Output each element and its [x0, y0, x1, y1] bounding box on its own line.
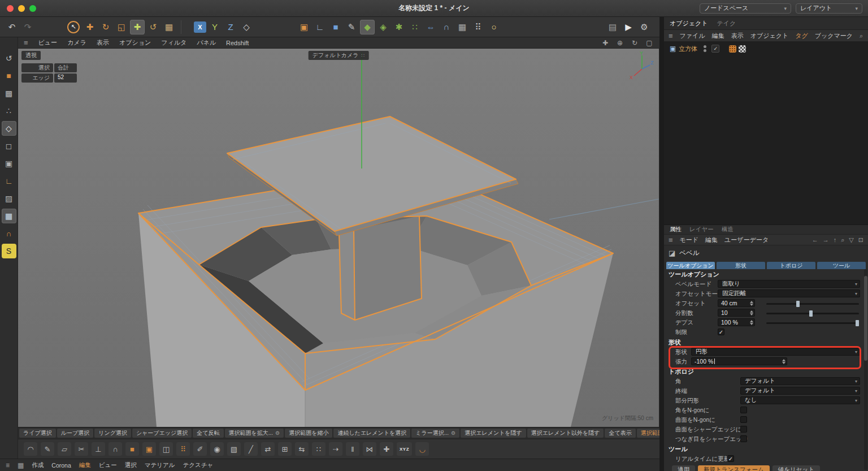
spinner-icon[interactable] [782, 359, 785, 364]
coord-system-button[interactable]: ◇ [239, 20, 254, 34]
node-space-select[interactable]: ノードスペース [700, 3, 791, 14]
uv-mode-icon[interactable]: ▣ [2, 156, 16, 171]
array-icon[interactable]: ▦ [455, 20, 470, 34]
smooth-spline-icon[interactable]: ◠ [24, 442, 37, 456]
object-menu-item[interactable]: ブックマーク [815, 32, 853, 40]
polygon-mode-icon[interactable]: ◻ [2, 139, 16, 153]
render-region-button[interactable]: ∟ [313, 20, 327, 34]
bridge-icon[interactable]: ◡ [415, 442, 429, 456]
nav-up-icon[interactable]: ↑ [834, 236, 837, 244]
settings-gear-button[interactable]: ⚙ [637, 20, 652, 34]
viewport-menu-item[interactable]: 表示 [97, 38, 109, 47]
license-icon[interactable]: S [2, 244, 16, 258]
texture-tag-icon[interactable] [739, 45, 746, 53]
realtime-update-checkbox[interactable]: ✓ [727, 455, 734, 462]
viewport-menu-item[interactable]: ビュー [38, 38, 58, 47]
bevel-mode-select[interactable]: 面取り [718, 280, 860, 288]
mirror-icon[interactable]: ⋈ [363, 442, 376, 456]
scrollbar-handle[interactable] [864, 276, 867, 361]
search-icon[interactable]: ⌕ [841, 236, 844, 244]
object-name[interactable]: 立方体 [679, 45, 697, 53]
depth-slider-handle[interactable] [856, 320, 859, 326]
matrix-extrude-icon[interactable]: ⠿ [176, 442, 190, 456]
modeling-settings-icon[interactable]: ▦ [162, 20, 176, 34]
tension-field[interactable]: -100 % [691, 357, 787, 365]
layout-select[interactable]: レイアウト [796, 3, 862, 14]
viewport[interactable]: 透視 デフォルトカメラ ∷ 選択 合計 エッジ 52 Y Z X グリッド間隔:… [18, 49, 659, 427]
ending-select[interactable]: デフォルト [740, 387, 860, 395]
bottom-menu-item[interactable]: 作成 [32, 461, 44, 469]
search-icon[interactable]: ⌕ [860, 32, 863, 40]
flow-icon[interactable]: ⇢ [329, 442, 342, 456]
rotate-tool-icon[interactable]: ↻ [98, 20, 113, 34]
attribute-menu-item[interactable]: モード [680, 236, 699, 244]
zoom-window-button[interactable] [29, 5, 36, 12]
panel-splitter[interactable] [659, 17, 664, 471]
pen-icon[interactable]: ✐ [193, 442, 207, 456]
gear-icon[interactable]: ⚙ [275, 430, 280, 436]
nav-back-icon[interactable]: ← [812, 236, 818, 244]
tweak-tool-icon[interactable]: ↺ [146, 20, 160, 34]
workplane-icon[interactable]: ▨ [2, 191, 16, 206]
selection-command-button[interactable]: リング選択 [94, 429, 131, 438]
move-tool-icon[interactable]: ✚ [83, 20, 97, 34]
object-tree[interactable]: ▣ 立方体 ✓ [664, 42, 868, 225]
live-selection-tool-icon[interactable]: ↖ [67, 21, 80, 33]
selection-command-button[interactable]: 全て表示 [605, 429, 635, 438]
cloner-icon[interactable]: ∷ [407, 20, 422, 34]
cross-move-icon[interactable]: ✚ [380, 442, 393, 456]
subdivision-slider[interactable] [766, 313, 859, 314]
render-settings-button[interactable]: ■ [328, 20, 343, 34]
seam-edge-checkbox[interactable] [740, 435, 747, 442]
enabled-checkbox[interactable]: ✓ [711, 45, 719, 53]
viewport-menu-item[interactable]: Redshift [226, 40, 249, 46]
selection-command-button[interactable]: ライブ選択 [19, 429, 56, 438]
partial-round-select[interactable]: なし [740, 396, 860, 404]
selection-command-button[interactable]: 選択エレメント以外を隠す [527, 429, 604, 438]
nav-forward-icon[interactable]: → [823, 236, 829, 244]
selection-command-button[interactable]: 選択範囲を縮小 [285, 429, 332, 438]
brush-icon[interactable]: ✎ [41, 442, 54, 456]
bottom-menu-item[interactable]: 編集 [79, 461, 91, 469]
depth-slider[interactable] [766, 322, 859, 324]
light-icon[interactable]: ○ [487, 20, 501, 34]
visibility-dots-icon[interactable] [704, 45, 706, 52]
line-cut-icon[interactable]: ╱ [244, 442, 258, 456]
weld-icon[interactable]: ⊥ [92, 442, 105, 456]
selection-command-button[interactable]: 連続したエレメントを選択 [333, 429, 410, 438]
quantize-icon[interactable]: ∩ [2, 226, 16, 241]
bottom-menu-item[interactable]: テクスチャ [183, 461, 214, 469]
bottom-menu-item[interactable]: Corona [51, 462, 71, 469]
undo-icon[interactable]: ↶ [5, 20, 19, 34]
selection-command-button[interactable]: 選択範囲を拡大... ⚙ [225, 429, 284, 438]
hamburger-icon[interactable]: ≡ [669, 236, 673, 244]
subdivide-icon[interactable]: ⊞ [278, 442, 292, 456]
play-button[interactable]: ▶ [621, 20, 636, 34]
equalize-icon[interactable]: ‖ [346, 442, 359, 456]
object-manager-tab[interactable]: オブジェクト [670, 19, 708, 28]
apply-button[interactable]: 適用 [672, 465, 695, 471]
offset-slider-handle[interactable] [796, 301, 800, 307]
spinner-icon[interactable] [750, 310, 753, 316]
object-manager-tab[interactable]: テイク [717, 19, 736, 28]
generator-icon[interactable]: ✱ [392, 20, 406, 34]
texture-mode-icon[interactable]: ▩ [2, 86, 16, 101]
object-menu-item[interactable]: タグ [795, 32, 808, 40]
scrollbar[interactable] [864, 269, 867, 470]
redo-icon[interactable]: ↷ [20, 20, 35, 34]
arch-icon[interactable]: ∩ [108, 442, 122, 456]
render-view-button[interactable]: ▣ [297, 20, 311, 34]
bevel-tool-icon[interactable]: ◆ [360, 20, 375, 34]
selection-command-button[interactable]: シャープエッジ選択 [132, 429, 192, 438]
knife-icon[interactable]: ✂ [75, 442, 88, 456]
corner-ngon-checkbox[interactable] [740, 407, 747, 413]
extrude-inner-icon[interactable]: ▣ [142, 442, 156, 456]
shape-select[interactable]: 円形 [691, 348, 860, 356]
attribute-manager-tab[interactable]: 構造 [722, 226, 734, 234]
new-transform-button[interactable]: 新規トランスフォーム [698, 465, 770, 471]
sharp-edge-checkbox[interactable] [740, 426, 747, 433]
extrude-icon[interactable]: ■ [125, 442, 139, 456]
lock-icon[interactable]: ⊡ [858, 236, 863, 244]
viewport-menu-item[interactable]: カメラ [67, 38, 86, 47]
attribute-menu-item[interactable]: ユーザーデータ [724, 236, 769, 244]
